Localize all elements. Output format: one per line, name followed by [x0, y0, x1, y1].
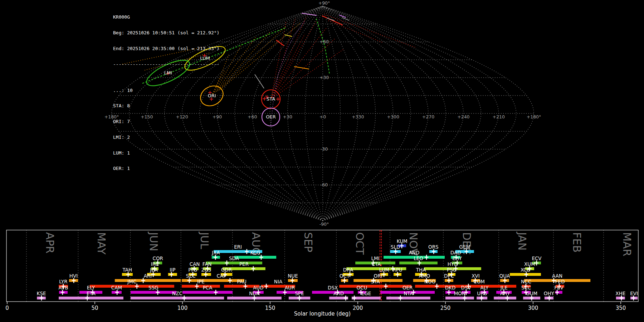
shower-bar-SDA — [206, 262, 262, 264]
shower-AVB: AVB — [59, 285, 68, 295]
station-code: KR000G — [113, 15, 219, 20]
shower-label-IRC: IRC — [151, 261, 159, 267]
axis-title: Solar longitude (deg) — [294, 311, 351, 317]
axis-tick-label: 200 — [353, 305, 363, 311]
sta-trail-bundle — [271, 38, 336, 99]
shower-JXA: JXA — [211, 250, 220, 260]
shower-label-CAP: CAP — [217, 273, 226, 279]
grid-meridian — [323, 6, 463, 221]
month-label-JAN: JAN — [516, 231, 528, 250]
shower-label-JMC: JMC — [127, 279, 136, 284]
axis-tick-label: 0 — [5, 305, 9, 311]
shower-label-MON: MON — [454, 291, 465, 296]
sta-trail-bundle — [271, 34, 305, 99]
shower-label-OCU: OCU — [357, 285, 367, 291]
shower-label-LUM: LUM — [379, 267, 389, 273]
shower-label-DSV: DSV — [461, 285, 471, 291]
ori-trail-bundle — [216, 36, 256, 92]
shower-bar-ARI — [115, 279, 181, 282]
shower-label-OER: OER — [402, 285, 413, 291]
shower-label-GUM: GUM — [526, 291, 537, 296]
shower-bar-NTA — [386, 297, 430, 299]
shower-bar-DSX — [312, 291, 353, 294]
shower-bar-ETA — [59, 297, 123, 299]
count-lum: LUM: 1 — [113, 151, 219, 156]
shower-SLD: SLD — [390, 244, 401, 254]
yellow-bright-segment — [284, 35, 292, 36]
month-label-OCT: OCT — [353, 232, 366, 255]
shower-label-AND: AND — [409, 250, 420, 255]
shower-RPU: RPU — [392, 267, 402, 277]
shower-EGE: EGE — [352, 291, 381, 301]
month-label-FEB: FEB — [571, 232, 583, 253]
axis-tick-label: 250 — [440, 305, 451, 311]
axis-tick-label: 350 — [616, 305, 626, 311]
shower-label-IIP: IIP — [170, 267, 175, 273]
month-label-APR: APR — [44, 232, 56, 253]
shower-label-SPE: SPE — [295, 291, 304, 296]
radiant-label-STA: STA — [267, 96, 275, 102]
shower-bar-PCA — [182, 291, 233, 294]
shower-label-LEO: LEO — [414, 255, 423, 261]
sporadic-gray-segments — [255, 74, 264, 88]
shower-label-KSE: KSE — [37, 291, 46, 296]
shower-label-PPS: PPS — [188, 267, 197, 273]
shower-label-GDR: GDR — [221, 267, 232, 273]
sta-trail-bundle — [271, 49, 343, 99]
shower-bar-JMC — [90, 285, 174, 288]
lon-label-+180°: +180° — [527, 114, 541, 119]
begin-time: Beg: 20251026 10:50:51 (sol = 212.92°) — [113, 30, 219, 36]
lat-label-+60: +60 — [319, 39, 329, 44]
count-sporadic: ...: 10 — [113, 88, 219, 93]
grid-meridian — [323, 6, 499, 221]
shower-label-PSU: PSU — [447, 267, 457, 273]
lon-label-+210: +210 — [493, 114, 505, 119]
month-label-MAY: MAY — [95, 232, 108, 255]
shower-label-ORS: ORS — [428, 244, 439, 250]
stats-panel: KR000G Beg: 20251026 10:50:51 (sol = 212… — [113, 4, 219, 182]
grid-meridian — [270, 6, 323, 221]
shower-label-SDA: SDA — [229, 255, 239, 261]
shower-label-AVB: AVB — [59, 285, 68, 291]
sporadic-gray-segments — [342, 18, 349, 20]
shower-TAH: TAH — [122, 267, 133, 277]
ori-trail-bundle — [220, 22, 301, 89]
grid-meridian — [323, 6, 481, 221]
shower-label-SLD: SLD — [391, 244, 400, 250]
shower-label-CTA: CTA — [372, 261, 381, 267]
shower-label-HVI: HVI — [69, 273, 78, 279]
shower-label-AMO: AMO — [419, 273, 430, 279]
lat-label--30: -30 — [321, 146, 328, 152]
shower-label-JEA: JEA — [150, 267, 158, 273]
lat-label-+90°: +90° — [318, 0, 330, 6]
shower-label-DSX: DSX — [328, 285, 338, 291]
lat-label--90°: -90° — [319, 221, 329, 227]
axis-tick-label: 50 — [91, 305, 98, 311]
lon-label-+300: +300 — [387, 114, 399, 119]
lat-label-+30: +30 — [319, 75, 329, 80]
shower-FEV: FEV — [554, 285, 564, 295]
shower-label-LYR: LYR — [59, 279, 67, 284]
shower-label-PCA: PCA — [203, 285, 213, 291]
grid-meridian — [323, 6, 411, 221]
shower-label-GEM: GEM — [459, 244, 470, 250]
lon-label-+30: +30 — [283, 114, 292, 119]
shower-label-ARD: ARD — [333, 291, 344, 296]
shower-label-NTA: NTA — [404, 291, 413, 296]
shower-label-EHY: EHY — [452, 255, 462, 261]
shower-label-DRA: DRA — [343, 267, 353, 273]
plot-canvas: LUMLMIORISTAOER +180°+150+120+90+60+30+0… — [0, 0, 644, 322]
lon-label-+60: +60 — [248, 114, 257, 119]
shower-label-NDA: NDA — [249, 291, 260, 296]
axis-tick-label: 150 — [265, 305, 275, 311]
shower-label-AUR: AUR — [285, 285, 295, 291]
month-label-MAR: MAR — [621, 232, 633, 256]
separator: -------------------------------------- — [113, 62, 219, 67]
shower-NUE: NUE — [288, 273, 298, 283]
shower-label-IPE: IPE — [197, 279, 205, 284]
shower-EVI: EVI — [630, 291, 638, 301]
sta-trail-bundle — [271, 17, 306, 99]
shower-bar-KCG — [234, 256, 276, 259]
count-ori: ORI: 7 — [113, 119, 219, 125]
shower-label-ETA: ETA — [87, 291, 96, 296]
